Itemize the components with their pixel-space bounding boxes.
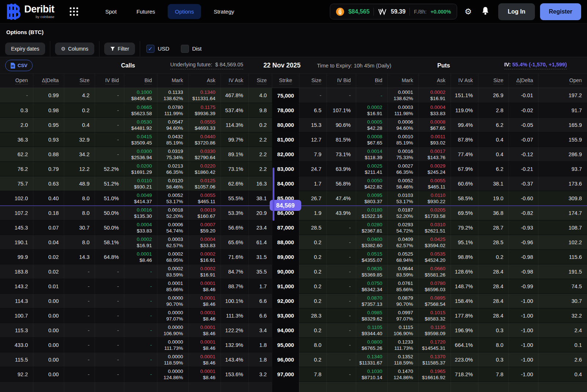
strike-cell[interactable]: 95,000 (272, 338, 299, 352)
usd-checkbox[interactable]: ✓ USD (146, 45, 169, 53)
call-mark-cell[interactable]: 0.054794.60% (157, 118, 188, 132)
call-mark-cell[interactable]: 0.000185.66% (157, 279, 188, 293)
put-bid-cell[interactable]: 0.0635$5369.85 (356, 264, 387, 279)
strike-cell[interactable]: 84,000 (272, 176, 299, 191)
put-bid-cell[interactable]: 0.0005$42.28 (356, 118, 387, 132)
put-mark-cell[interactable]: 0.0001138.62% (387, 88, 418, 103)
strike-cell[interactable]: 80,000 (272, 118, 299, 132)
strike-cell[interactable]: 75,000 (272, 88, 299, 103)
put-ask-cell[interactable]: 0.0008$67.65 (418, 118, 451, 132)
call-mark-cell[interactable]: 0.0780111.99% (157, 103, 188, 117)
call-bid-cell[interactable]: - (124, 279, 157, 293)
call-ask-cell[interactable]: 0.0001$8.46 (188, 338, 220, 352)
put-mark-cell[interactable]: 0.076185.66% (387, 279, 418, 293)
put-mark-cell[interactable]: 0.064483.59% (387, 264, 418, 279)
nav-options[interactable]: Options (168, 4, 201, 19)
put-ask-cell[interactable]: 0.0535$4524.20 (418, 250, 451, 264)
put-bid-cell[interactable]: 0.1340$11331.67 (356, 352, 387, 367)
put-mark-cell[interactable]: 0.1115106.90% (387, 323, 418, 337)
put-ask-cell[interactable]: 0.1370$11585.37 (418, 352, 451, 367)
register-button[interactable]: Register (540, 3, 581, 20)
put-bid-cell[interactable]: 0.0180$1522.16 (356, 206, 387, 220)
put-bid-cell[interactable]: 0.0025$211.41 (356, 162, 387, 176)
call-bid-cell[interactable]: 0.0665$5623.58 (124, 103, 157, 117)
put-bid-cell[interactable]: 0.1105$9344.40 (356, 323, 387, 337)
strike-cell[interactable]: 94,000 (272, 323, 299, 337)
call-bid-cell[interactable]: 0.0200$1691.29 (124, 162, 157, 176)
call-mark-cell[interactable]: 0.0000111.73% (157, 338, 188, 352)
strike-cell[interactable]: 81,000 (272, 132, 299, 147)
call-bid-cell[interactable]: - (124, 352, 157, 367)
strike-scroll-indicator[interactable] (273, 168, 274, 221)
market-ticker[interactable]: B $84,565 59.39 F./8h: +0.000% (330, 4, 457, 19)
call-bid-cell[interactable]: 0.0016$135.30 (124, 206, 157, 220)
strike-cell[interactable]: 83,000 (272, 162, 299, 176)
notifications-bell-icon[interactable] (479, 5, 492, 18)
strike-cell[interactable]: 96,000 (272, 352, 299, 367)
csv-export-button[interactable]: CSV (5, 60, 33, 71)
put-ask-cell[interactable]: 0.0017$143.76 (418, 147, 451, 161)
put-ask-cell[interactable]: 0.0011$93.02 (418, 132, 451, 147)
put-bid-cell[interactable]: 0.0870$7357.13 (356, 294, 387, 308)
login-button[interactable]: Log In (498, 3, 535, 20)
nav-futures[interactable]: Futures (129, 4, 163, 19)
underlying-future[interactable]: Underlying future: $ 84,569.05 (170, 57, 243, 74)
put-ask-cell[interactable]: 0.0660$5581.26 (418, 264, 451, 279)
put-bid-cell[interactable]: 0.0280$2367.81 (356, 220, 387, 235)
call-ask-cell[interactable]: 0.0001$8.46 (188, 367, 220, 381)
call-mark-cell[interactable]: 0.0000118.59% (157, 352, 188, 367)
put-ask-cell[interactable]: 0.1965$16616.92 (418, 367, 451, 381)
strike-cell[interactable]: 91,000 (272, 279, 299, 293)
call-bid-cell[interactable]: - (124, 294, 157, 308)
deribit-logo[interactable]: Deribit by coinbase (6, 4, 54, 20)
put-mark-cell[interactable]: 0.087990.70% (387, 294, 418, 308)
iv-summary[interactable]: IV: 55.4% (-1,570, +1,599) (504, 57, 567, 74)
call-ask-cell[interactable]: 0.0019$160.67 (188, 206, 220, 220)
put-mark-cell[interactable]: 0.1352118.59% (387, 352, 418, 367)
call-mark-cell[interactable]: 0.005253.17% (157, 191, 188, 205)
call-mark-cell[interactable]: 0.000268.95% (157, 250, 188, 264)
call-bid-cell[interactable]: 0.1000$8456.45 (124, 88, 157, 103)
nav-spot[interactable]: Spot (98, 4, 124, 19)
call-mark-cell[interactable]: 0.000362.57% (157, 235, 188, 249)
call-ask-cell[interactable]: 0.0440$3720.86 (188, 132, 220, 147)
call-bid-cell[interactable]: 0.0415$3509.45 (124, 132, 157, 147)
put-ask-cell[interactable]: 0.0002$16.91 (418, 88, 451, 103)
put-bid-cell[interactable]: 0.0002$16.91 (356, 103, 387, 117)
put-ask-cell[interactable]: 0.0029$245.24 (418, 162, 451, 176)
put-bid-cell[interactable]: 0.0095$803.37 (356, 191, 387, 205)
call-mark-cell[interactable]: 0.0000124.86% (157, 367, 188, 381)
strike-cell[interactable]: 93,000 (272, 308, 299, 323)
settings-gear-icon[interactable]: ⚙ (462, 6, 474, 17)
call-ask-cell[interactable]: 0.0001$8.46 (188, 294, 220, 308)
put-bid-cell[interactable]: 0.0515$4355.07 (356, 250, 387, 264)
call-bid-cell[interactable]: - (124, 308, 157, 323)
call-ask-cell[interactable]: 0.0001$8.46 (188, 323, 220, 337)
call-ask-cell[interactable]: 0.0002$16.91 (188, 264, 220, 279)
call-ask-cell[interactable]: 0.0330$2790.64 (188, 147, 220, 161)
call-mark-cell[interactable]: 0.043285.19% (157, 132, 188, 147)
put-bid-cell[interactable]: 0.0008$67.65 (356, 132, 387, 147)
put-bid-cell[interactable]: 0.0014$118.39 (356, 147, 387, 161)
call-mark-cell[interactable]: 0.000090.70% (157, 294, 188, 308)
put-mark-cell[interactable]: 0.1470124.86% (387, 367, 418, 381)
strike-cell[interactable]: 90,000 (272, 264, 299, 279)
nav-strategy[interactable]: Strategy (206, 4, 241, 19)
call-ask-cell[interactable]: 0.0220$1860.42 (188, 162, 220, 176)
call-ask-cell[interactable]: 0.0125$1057.06 (188, 176, 220, 191)
put-mark-cell[interactable]: 0.018752.20% (387, 206, 418, 220)
put-ask-cell[interactable]: 0.1720$14545.31 (418, 338, 451, 352)
put-ask-cell[interactable]: 0.1135$9598.09 (418, 323, 451, 337)
call-ask-cell[interactable]: 0.1175$9936.39 (188, 103, 220, 117)
put-ask-cell[interactable]: 0.0205$1733.58 (418, 206, 451, 220)
put-mark-cell[interactable]: 0.0003111.98% (387, 103, 418, 117)
put-mark-cell[interactable]: 0.040962.57% (387, 235, 418, 249)
call-ask-cell[interactable]: 0.0001$8.46 (188, 352, 220, 367)
call-bid-cell[interactable]: 0.0002$16.91 (124, 235, 157, 249)
put-bid-cell[interactable]: 0.0050$422.82 (356, 176, 387, 191)
filter-button[interactable]: Filter (104, 43, 135, 55)
strike-cell[interactable]: 78,000 (272, 103, 299, 117)
put-ask-cell[interactable]: 0.0780$6596.03 (418, 279, 451, 293)
call-bid-cell[interactable]: 0.0300$2536.94 (124, 147, 157, 161)
call-mark-cell[interactable]: 0.0000106.90% (157, 323, 188, 337)
